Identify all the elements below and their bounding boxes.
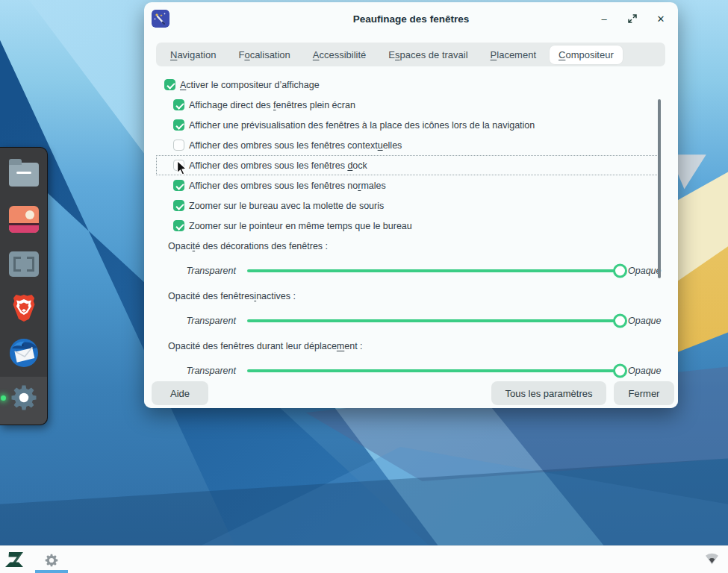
slider-max-label: Opaque [628, 266, 669, 276]
folder-icon [9, 163, 39, 187]
minimize-button[interactable]: – [593, 7, 615, 30]
dock-item-image-viewer[interactable] [7, 203, 40, 236]
action-bar: Aide Tous les paramètres Fermer [144, 378, 678, 408]
slider-groups: Opacité des décorations des fenêtres :Tr… [156, 236, 669, 378]
dock-item-file-manager[interactable] [7, 158, 40, 191]
titlebar[interactable]: Peaufinage des fenêtres – ✕ [144, 2, 678, 35]
slider-row-move-opacity: TransparentOpaque [156, 356, 669, 378]
all-settings-button[interactable]: Tous les paramètres [491, 381, 606, 405]
option-row-shadows-dock[interactable]: Afficher des ombres sous les fenêtres do… [156, 155, 660, 175]
vertical-scrollbar[interactable] [658, 99, 661, 278]
tab-bar: NavigationFocalisationAccessibilitéEspac… [156, 43, 665, 66]
slider-min-label: Transparent [178, 316, 236, 326]
option-label: Zoomer sur le pointeur en même temps que… [189, 221, 412, 231]
slider-max-label: Opaque [628, 366, 669, 376]
option-row-zoom-desktop-wheel[interactable]: Zoomer sur le bureau avec la molette de … [156, 195, 660, 216]
opacity-group-decorations-opacity: Opacité des décorations des fenêtres :Tr… [156, 236, 669, 286]
slider-handle[interactable] [613, 314, 627, 328]
checkbox-unredirect-fullscreen[interactable] [173, 99, 184, 110]
photo-icon [9, 206, 39, 233]
z-logo-icon[interactable] [4, 550, 25, 569]
checkbox-shadows-normal[interactable] [173, 180, 184, 191]
option-row-enable-compositor[interactable]: Activer le compositeur d’affichage [156, 75, 660, 95]
opacity-group-inactive-opacity: Opacité des fenêtres inactives :Transpar… [156, 286, 669, 336]
option-row-shadows-normal[interactable]: Afficher des ombres sous les fenêtres no… [156, 175, 660, 195]
option-label: Afficher des ombres sous les fenêtres co… [189, 140, 402, 151]
brave-lion-icon [7, 292, 40, 325]
option-label: Afficher des ombres sous les fenêtres no… [189, 181, 386, 191]
dock [0, 147, 48, 425]
dock-item-brave-browser[interactable] [7, 292, 40, 325]
slider-max-label: Opaque [628, 316, 669, 326]
option-label: Afficher des ombres sous les fenêtres do… [189, 160, 367, 171]
tab-navigation[interactable]: Navigation [161, 46, 225, 64]
option-label: Afficher une prévisualisation des fenêtr… [189, 120, 535, 131]
option-row-shadows-popup[interactable]: Afficher des ombres sous les fenêtres co… [156, 135, 660, 155]
dock-item-settings[interactable] [7, 381, 40, 414]
checkbox-zoom-desktop-wheel[interactable] [173, 200, 184, 211]
slider-handle[interactable] [613, 364, 627, 378]
gear-icon [43, 552, 60, 569]
expand-icon [628, 14, 637, 23]
option-row-unredirect-fullscreen[interactable]: Affichage direct des fenêtres plein écra… [156, 95, 660, 115]
maximize-button[interactable] [621, 7, 644, 30]
thunderbird-icon [7, 336, 40, 369]
active-task-indicator [35, 570, 68, 573]
dock-item-thunderbird-mail[interactable] [7, 336, 40, 369]
checkbox-shadows-popup[interactable] [173, 140, 184, 151]
compositor-settings-panel: Activer le compositeur d’affichageAffich… [156, 69, 669, 378]
slider-min-label: Transparent [178, 366, 236, 376]
option-label: Activer le compositeur d’affichage [180, 80, 320, 90]
checkbox-window-previews[interactable] [173, 119, 184, 131]
slider-min-label: Transparent [178, 266, 236, 276]
taskbar-item-settings[interactable] [41, 551, 62, 570]
tab-accessibilite[interactable]: Accessibilité [304, 46, 376, 64]
wifi-icon[interactable] [705, 553, 719, 566]
option-label: Zoomer sur le bureau avec la molette de … [189, 201, 384, 211]
opacity-slider-inactive-opacity[interactable] [247, 319, 626, 322]
opacity-label-decorations-opacity: Opacité des décorations des fenêtres : [156, 236, 669, 256]
option-list: Activer le compositeur d’affichageAffich… [156, 75, 669, 236]
slider-row-inactive-opacity: TransparentOpaque [156, 306, 669, 336]
running-indicator-dot [1, 395, 6, 401]
screenshot-icon [9, 251, 39, 277]
tab-compositeur[interactable]: Compositeur [550, 46, 623, 64]
taskbar [0, 545, 728, 573]
checkbox-zoom-pointer[interactable] [173, 220, 184, 231]
tab-focalisation[interactable]: Focalisation [229, 46, 299, 64]
mouse-cursor [176, 160, 189, 177]
close-dialog-button[interactable]: Fermer [614, 381, 674, 405]
option-row-zoom-pointer[interactable]: Zoomer sur le pointeur en même temps que… [156, 216, 660, 236]
option-row-window-previews[interactable]: Afficher une prévisualisation des fenêtr… [156, 115, 660, 135]
help-button[interactable]: Aide [152, 381, 208, 405]
opacity-slider-move-opacity[interactable] [247, 369, 626, 372]
tab-placement[interactable]: Placement [482, 46, 545, 64]
slider-handle[interactable] [613, 264, 627, 278]
opacity-label-inactive-opacity: Opacité des fenêtres inactives : [156, 286, 669, 306]
tab-espaces-de-travail[interactable]: Espaces de travail [379, 46, 476, 64]
close-button[interactable]: ✕ [650, 7, 672, 30]
option-label: Affichage direct des fenêtres plein écra… [189, 100, 355, 110]
slider-row-decorations-opacity: TransparentOpaque [156, 256, 669, 286]
opacity-label-move-opacity: Opacité des fenêtres durant leur déplace… [156, 336, 669, 356]
window-peaufinage-des-fenetres: Peaufinage des fenêtres – ✕ NavigationFo… [144, 2, 678, 408]
opacity-group-move-opacity: Opacité des fenêtres durant leur déplace… [156, 336, 669, 378]
opacity-slider-decorations-opacity[interactable] [247, 269, 626, 272]
checkbox-enable-compositor[interactable] [164, 79, 175, 90]
dock-item-screenshot-tool[interactable] [7, 248, 40, 281]
gear-icon [7, 381, 40, 414]
